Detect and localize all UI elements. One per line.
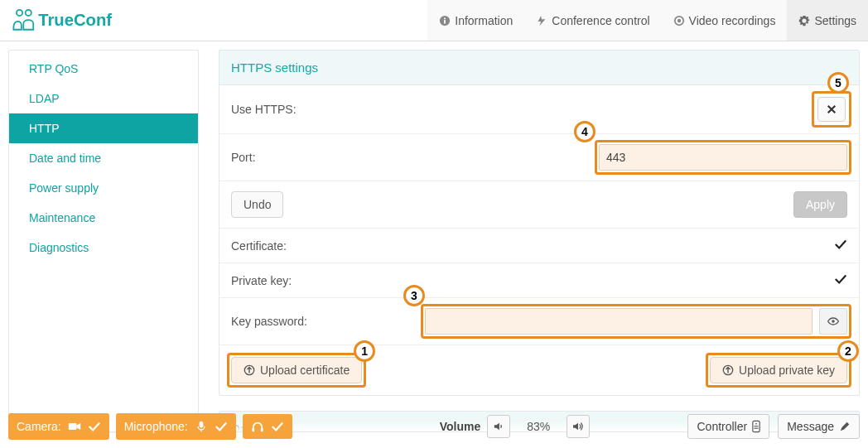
upload-private-key-button[interactable]: Upload private key xyxy=(710,357,847,383)
sidebar-item-label: Date and time xyxy=(29,152,101,165)
microphone-toggle[interactable]: Microphone: xyxy=(116,413,236,440)
nav-information-label: Information xyxy=(455,14,513,27)
nav-video-recordings[interactable]: Video recordings xyxy=(662,0,788,41)
row-key-password: Key password: 3 xyxy=(219,298,859,345)
volume-down-button[interactable] xyxy=(487,415,510,438)
header-bar: TrueConf Information Conference control … xyxy=(0,0,868,41)
upload-certificate-button[interactable]: Upload certificate xyxy=(231,357,362,383)
nav-settings-label: Settings xyxy=(814,14,856,27)
key-password-label: Key password: xyxy=(231,315,413,328)
port-label: Port: xyxy=(231,151,413,164)
private-key-label: Private key: xyxy=(231,274,413,287)
actions-row: Undo Apply xyxy=(219,181,859,229)
record-icon xyxy=(673,15,685,26)
controller-label: Controller xyxy=(697,420,747,433)
message-label: Message xyxy=(787,420,834,433)
https-settings-panel: HTTPS settings Use HTTPS: 5 xyxy=(219,50,860,396)
svg-rect-3 xyxy=(444,20,446,23)
svg-rect-11 xyxy=(199,422,203,428)
undo-button[interactable]: Undo xyxy=(231,191,283,218)
camera-toggle[interactable]: Camera: xyxy=(8,413,109,440)
message-button[interactable]: Message xyxy=(778,414,860,439)
apply-button[interactable]: Apply xyxy=(793,191,847,218)
upload-icon xyxy=(244,364,255,376)
pencil-icon xyxy=(839,421,851,432)
sidebar-item-power-supply[interactable]: Power supply xyxy=(9,173,198,203)
sidebar-item-label: Maintenance xyxy=(29,211,95,224)
check-icon xyxy=(215,421,228,432)
sidebar-item-ldap[interactable]: LDAP xyxy=(9,84,198,113)
row-uploads: 1 Upload certificate 2 xyxy=(219,345,859,395)
reveal-password-button[interactable] xyxy=(819,308,847,335)
sidebar-item-date-time[interactable]: Date and time xyxy=(9,143,198,173)
sidebar: RTP QoS LDAP HTTP Date and time Power su… xyxy=(8,50,199,432)
certificate-label: Certificate: xyxy=(231,239,413,253)
use-https-label: Use HTTPS: xyxy=(231,103,413,116)
row-private-key: Private key: xyxy=(219,263,859,298)
svg-rect-12 xyxy=(252,428,254,431)
info-icon xyxy=(439,15,451,26)
use-https-toggle[interactable] xyxy=(817,97,846,122)
svg-rect-17 xyxy=(755,428,759,429)
eye-icon xyxy=(827,316,840,326)
sidebar-item-diagnostics[interactable]: Diagnostics xyxy=(9,233,198,263)
svg-rect-13 xyxy=(261,428,263,431)
row-certificate: Certificate: xyxy=(219,229,859,263)
upload-certificate-label: Upload certificate xyxy=(260,364,350,377)
remote-icon xyxy=(752,420,760,433)
sidebar-item-label: HTTP xyxy=(29,122,60,135)
private-key-status xyxy=(834,273,847,287)
nav-settings[interactable]: Settings xyxy=(787,0,868,41)
brand-logo: TrueConf xyxy=(0,6,152,36)
key-password-input[interactable] xyxy=(425,308,813,335)
close-icon xyxy=(827,104,837,114)
top-nav: Information Conference control Video rec… xyxy=(427,0,868,41)
svg-rect-10 xyxy=(68,423,76,430)
callout-badge-2: 2 xyxy=(837,340,859,362)
check-icon xyxy=(834,273,847,285)
upload-icon xyxy=(722,364,734,376)
controller-button[interactable]: Controller xyxy=(687,414,769,439)
sidebar-item-rtp-qos[interactable]: RTP QoS xyxy=(9,54,198,84)
callout-badge-5: 5 xyxy=(827,72,849,94)
bottom-bar: Camera: Microphone: Volume 83% Controlle… xyxy=(0,413,868,440)
headphones-icon xyxy=(251,421,264,432)
main-content: HTTPS settings Use HTTPS: 5 xyxy=(219,50,860,432)
callout-badge-1: 1 xyxy=(354,340,375,362)
sidebar-item-label: RTP QoS xyxy=(29,62,78,75)
volume-label: Volume xyxy=(440,420,481,433)
svg-point-1 xyxy=(26,9,31,15)
svg-rect-4 xyxy=(444,17,446,19)
port-input[interactable] xyxy=(599,144,847,171)
microphone-label: Microphone: xyxy=(124,420,188,433)
check-icon xyxy=(271,421,284,432)
nav-conference-control-label: Conference control xyxy=(552,14,649,27)
svg-rect-16 xyxy=(755,426,759,426)
sidebar-item-maintenance[interactable]: Maintenance xyxy=(9,203,198,233)
upload-private-key-label: Upload private key xyxy=(739,364,835,377)
nav-video-recordings-label: Video recordings xyxy=(689,14,776,27)
volume-up-button[interactable] xyxy=(567,415,590,438)
svg-point-0 xyxy=(17,9,22,15)
sidebar-item-http[interactable]: HTTP xyxy=(9,113,198,143)
camera-icon xyxy=(68,421,81,432)
speaker-high-icon xyxy=(571,422,585,431)
row-port: Port: 4 xyxy=(219,134,859,181)
gear-icon xyxy=(798,15,810,26)
nav-information[interactable]: Information xyxy=(427,0,524,41)
body-layout: RTP QoS LDAP HTTP Date and time Power su… xyxy=(0,41,868,432)
check-icon xyxy=(88,421,101,432)
row-use-https: Use HTTPS: 5 xyxy=(219,85,859,134)
nav-conference-control[interactable]: Conference control xyxy=(524,0,661,41)
headphones-toggle[interactable] xyxy=(243,414,292,439)
svg-point-6 xyxy=(677,18,680,22)
speaker-low-icon xyxy=(493,422,504,431)
certificate-status xyxy=(834,238,847,253)
sidebar-item-label: LDAP xyxy=(29,92,60,105)
sidebar-item-label: Power supply xyxy=(29,181,99,195)
volume-percent: 83% xyxy=(517,420,560,433)
microphone-icon xyxy=(195,421,208,432)
check-icon xyxy=(834,238,847,250)
sidebar-item-label: Diagnostics xyxy=(29,241,89,254)
svg-point-7 xyxy=(832,320,835,323)
